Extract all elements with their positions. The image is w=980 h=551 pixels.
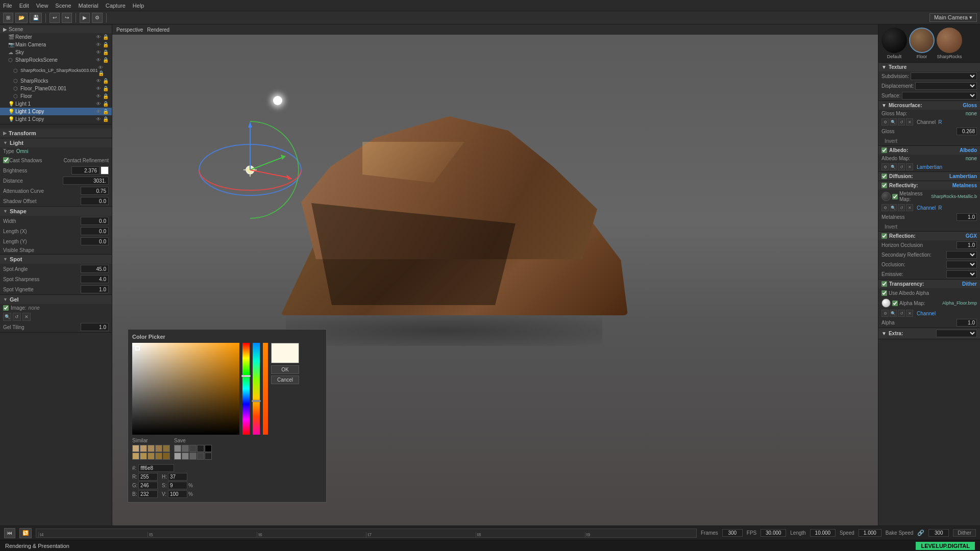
timeline[interactable]: t4 t5 t6 t7 t8 t9 — [36, 529, 697, 538]
swatch-2[interactable] — [148, 445, 155, 452]
rp-extra-header[interactable]: ▼ Extra: — [878, 328, 980, 339]
tree-sharp-scene[interactable]: ⬡ SharpRocksScene 👁 🔒 — [0, 56, 112, 64]
brightness-value[interactable]: 2.376 — [71, 166, 100, 174]
length-x-value[interactable]: 0.0 — [81, 227, 109, 235]
gel-icon-search[interactable]: 🔍 — [3, 313, 11, 321]
rp-diffusion-header[interactable]: Diffusion: Lambertian — [878, 172, 980, 181]
spot-vignette-value[interactable]: 1.0 — [81, 285, 109, 293]
rp-horizon-value[interactable]: 1.0 — [957, 241, 977, 249]
swatch-3[interactable] — [155, 445, 162, 452]
cp-hue-slider[interactable] — [242, 343, 250, 435]
transform-header[interactable]: ▶ Transform — [0, 129, 112, 138]
save-swatch-7[interactable] — [189, 453, 197, 460]
shape-header[interactable]: ▼ Shape — [0, 207, 112, 216]
gel-header[interactable]: ▼ Gel — [0, 295, 112, 304]
cp-r-input[interactable] — [138, 473, 158, 481]
attenuation-value[interactable]: 0.75 — [81, 187, 109, 195]
rp-displacement-dropdown[interactable] — [915, 82, 977, 90]
rp-albedo-search[interactable]: 🔍 — [890, 163, 897, 170]
rp-gloss-settings[interactable]: ⚙ — [881, 118, 889, 126]
rp-transparency-check[interactable] — [881, 281, 887, 287]
frames-input[interactable] — [722, 529, 743, 537]
rp-emissive-dropdown[interactable] — [946, 270, 977, 278]
mat-floor[interactable]: Floor — [909, 28, 935, 59]
toolbar-undo[interactable]: ↩ — [50, 13, 60, 23]
toolbar-redo[interactable]: ↪ — [62, 13, 72, 23]
swatch-5[interactable] — [132, 453, 139, 460]
rp-alpha-reload[interactable]: ↺ — [898, 310, 905, 317]
rp-alpha-value[interactable]: 1.0 — [957, 319, 977, 327]
cp-v-input[interactable] — [168, 490, 187, 498]
cp-gradient-area[interactable] — [132, 343, 239, 435]
rp-metalness-check[interactable] — [892, 194, 898, 199]
save-swatch-0[interactable] — [174, 445, 181, 452]
cp-g-input[interactable] — [138, 482, 158, 489]
rp-texture-header[interactable]: ▼ Texture — [878, 63, 980, 71]
loop-btn[interactable]: 🔁 — [19, 528, 32, 538]
gel-tiling-value[interactable]: 1.0 — [81, 323, 109, 331]
rp-alpha-check[interactable] — [892, 300, 898, 306]
menu-view[interactable]: View — [36, 3, 48, 9]
rp-surface-dropdown[interactable] — [902, 92, 977, 99]
cp-cancel-btn[interactable]: Cancel — [271, 375, 299, 384]
play-btn[interactable]: ⏮ — [4, 528, 15, 538]
rp-albedo-reload[interactable]: ↺ — [898, 163, 905, 170]
end-frame-input[interactable] — [928, 529, 949, 537]
spot-sharpness-value[interactable]: 4.0 — [81, 275, 109, 283]
rp-alpha-search[interactable]: 🔍 — [890, 310, 897, 317]
menu-edit[interactable]: Edit — [19, 3, 29, 9]
rp-use-albedo-check[interactable] — [881, 290, 887, 296]
tree-floor[interactable]: ⬡ Floor 👁 🔒 — [0, 92, 112, 100]
cp-alpha-slider[interactable] — [253, 343, 260, 435]
tree-light1-copy2[interactable]: 💡 Light 1 Copy 👁 🔒 — [0, 115, 112, 123]
tree-render[interactable]: 🎬 Render 👁 🔒 — [0, 33, 112, 41]
swatch-6[interactable] — [140, 453, 147, 460]
rp-subdivision-dropdown[interactable] — [911, 72, 977, 80]
spot-angle-value[interactable]: 45.0 — [81, 265, 109, 273]
toolbar-open[interactable]: 📂 — [15, 13, 28, 23]
rp-transparency-header[interactable]: Transparency: Dither — [878, 280, 980, 288]
rp-sec-reflection-dropdown[interactable] — [946, 251, 977, 259]
save-swatch-2[interactable] — [189, 445, 197, 452]
save-swatch-4[interactable] — [205, 445, 212, 452]
rp-albedo-header[interactable]: Albedo: Albedo — [878, 146, 980, 155]
rp-invert2-btn[interactable]: Invert — [881, 224, 900, 230]
cp-h-input[interactable] — [168, 473, 187, 481]
swatch-1[interactable] — [140, 445, 147, 452]
rp-gloss-value[interactable]: 0.268 — [957, 128, 977, 135]
gel-icon-clear[interactable]: ✕ — [22, 313, 31, 321]
rp-extra-dropdown[interactable] — [936, 330, 977, 337]
save-swatch-1[interactable] — [182, 445, 189, 452]
tree-floor-plane[interactable]: ⬡ Floor_Plane002.001 👁 🔒 — [0, 85, 112, 92]
rp-metalness-value[interactable]: 1.0 — [957, 213, 977, 221]
rp-reflection-check[interactable] — [881, 233, 887, 239]
fps-input[interactable] — [761, 529, 786, 537]
light-header[interactable]: ▼ Light — [0, 138, 112, 147]
mat-sharp[interactable]: SharpRocks — [937, 28, 962, 59]
rp-invert-btn[interactable]: Invert — [881, 138, 900, 144]
rp-reflectivity-check[interactable] — [881, 183, 887, 188]
rp-albedo-check[interactable] — [881, 147, 887, 153]
rp-metalness-search[interactable]: 🔍 — [890, 204, 897, 211]
swatch-7[interactable] — [148, 453, 155, 460]
tree-light1[interactable]: 💡 Light 1 👁 🔒 — [0, 100, 112, 108]
rp-metalness-settings[interactable]: ⚙ — [881, 204, 889, 211]
rp-albedo-clear[interactable]: ✕ — [906, 163, 913, 170]
rp-gloss-clear[interactable]: ✕ — [906, 118, 913, 126]
rp-metalness-clear[interactable]: ✕ — [906, 204, 913, 211]
tree-camera[interactable]: 📷 Main Camera 👁 🔒 — [0, 41, 112, 48]
cp-ok-btn[interactable]: OK — [271, 365, 299, 374]
save-swatch-5[interactable] — [174, 453, 181, 460]
swatch-0[interactable] — [132, 445, 139, 452]
rp-reflection-header[interactable]: Reflection: GGX — [878, 232, 980, 240]
menu-file[interactable]: File — [3, 3, 12, 9]
distance-value[interactable]: 3031. — [63, 177, 109, 185]
save-swatch-9[interactable] — [205, 453, 212, 460]
toolbar-new[interactable]: ⊞ — [3, 13, 13, 23]
menu-capture[interactable]: Capture — [106, 3, 126, 9]
toolbar-save[interactable]: 💾 — [30, 13, 42, 23]
length-input[interactable] — [810, 529, 836, 537]
rp-alpha-settings[interactable]: ⚙ — [881, 310, 889, 317]
cast-shadows-checkbox[interactable] — [3, 157, 9, 163]
rp-metalness-reload[interactable]: ↺ — [898, 204, 905, 211]
